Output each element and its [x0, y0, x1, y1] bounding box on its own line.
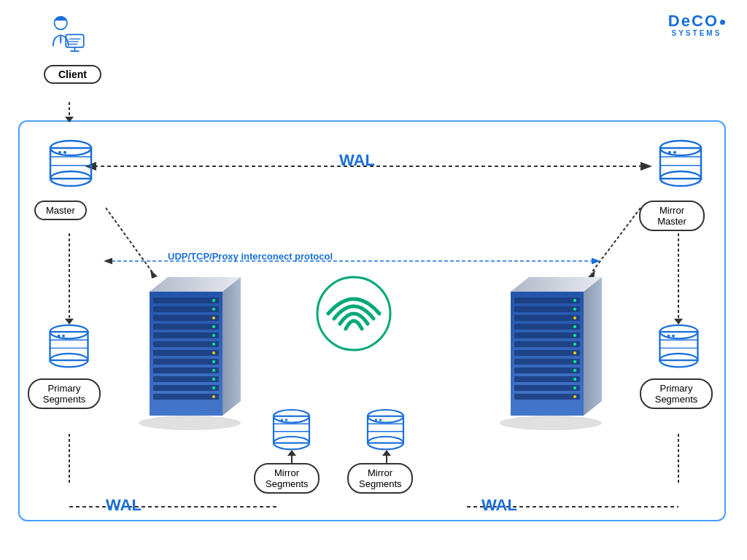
wal-top-label: WAL: [339, 151, 375, 170]
mirror-segments-right-label: MirrorSegments: [347, 463, 413, 494]
svg-point-41: [668, 151, 671, 154]
svg-point-87: [212, 299, 215, 302]
svg-point-115: [573, 299, 576, 302]
svg-rect-111: [514, 368, 580, 373]
svg-point-98: [212, 395, 215, 398]
svg-point-34: [58, 151, 61, 154]
logo-systems-text: SYSTEMS: [668, 29, 725, 37]
svg-point-71: [139, 416, 241, 430]
master-db-icon: [45, 135, 96, 196]
svg-point-120: [573, 343, 576, 346]
svg-point-92: [212, 343, 215, 346]
client-label: Client: [44, 65, 101, 84]
svg-point-88: [212, 308, 215, 311]
svg-point-56: [672, 335, 675, 338]
svg-point-124: [573, 378, 576, 381]
svg-rect-112: [514, 376, 580, 382]
right-server-rack: [489, 270, 613, 433]
primary-segments-left-label: PrimarySegments: [28, 378, 101, 409]
svg-point-96: [212, 378, 215, 381]
svg-point-116: [573, 308, 576, 311]
svg-point-99: [500, 416, 602, 430]
svg-rect-107: [514, 332, 580, 338]
svg-rect-109: [514, 350, 580, 356]
svg-rect-80: [153, 341, 219, 347]
svg-rect-76: [153, 306, 219, 312]
svg-point-126: [573, 395, 576, 398]
protocol-label: UDP/TCP/Proxy interconect protocol: [168, 251, 333, 262]
svg-rect-79: [153, 332, 219, 338]
svg-point-69: [375, 419, 378, 421]
svg-point-97: [212, 386, 215, 389]
client-area: Client: [44, 11, 101, 84]
svg-point-118: [573, 325, 576, 328]
svg-rect-108: [514, 341, 580, 347]
svg-rect-78: [153, 324, 219, 330]
svg-point-122: [573, 360, 576, 363]
mirror-segments-right-db: [362, 405, 409, 459]
svg-rect-106: [514, 324, 580, 330]
svg-point-93: [212, 351, 215, 354]
svg-point-70: [379, 419, 382, 421]
mirror-master-label: Mirror Master: [639, 201, 705, 231]
svg-rect-113: [514, 385, 580, 391]
svg-point-95: [212, 369, 215, 372]
svg-point-91: [212, 334, 215, 337]
svg-rect-83: [153, 368, 219, 373]
primary-segments-right-label: PrimarySegments: [640, 378, 713, 409]
diagram: DeCO SYSTEMS Client: [0, 0, 747, 560]
svg-point-48: [58, 335, 61, 338]
svg-rect-84: [153, 376, 219, 382]
svg-rect-103: [514, 298, 580, 303]
svg-point-62: [281, 419, 284, 421]
svg-point-123: [573, 369, 576, 372]
svg-marker-74: [222, 277, 241, 416]
greenplum-logo: [314, 273, 394, 357]
svg-rect-85: [153, 385, 219, 391]
svg-rect-104: [514, 306, 580, 312]
svg-rect-114: [514, 394, 580, 400]
svg-point-49: [62, 335, 65, 338]
svg-point-35: [63, 151, 66, 154]
svg-point-90: [212, 325, 215, 328]
mirror-segments-left-db: [268, 405, 315, 459]
deco-systems-logo: DeCO SYSTEMS: [668, 13, 725, 37]
svg-point-55: [667, 335, 670, 338]
svg-point-42: [673, 151, 676, 154]
primary-segments-right-db: [655, 319, 703, 377]
svg-point-121: [573, 351, 576, 354]
wal-bottom-left-label: WAL: [106, 496, 142, 515]
left-server-rack: [128, 270, 252, 433]
svg-point-89: [212, 316, 215, 319]
master-label: Master: [34, 201, 87, 220]
svg-marker-8: [59, 35, 63, 43]
client-person-icon: [47, 11, 98, 62]
svg-point-119: [573, 334, 576, 337]
svg-rect-110: [514, 359, 580, 365]
svg-rect-105: [514, 315, 580, 321]
svg-point-125: [573, 386, 576, 389]
svg-rect-81: [153, 350, 219, 356]
logo-deco-text: DeCO: [668, 13, 725, 29]
svg-rect-82: [153, 359, 219, 365]
svg-point-63: [285, 419, 288, 421]
mirror-master-db-icon: [655, 135, 706, 196]
primary-segments-left-db: [45, 319, 93, 377]
svg-point-117: [573, 316, 576, 319]
svg-rect-77: [153, 315, 219, 321]
mirror-segments-left-label: MirrorSegments: [254, 463, 320, 494]
svg-rect-86: [153, 394, 219, 400]
svg-marker-102: [584, 277, 602, 416]
svg-rect-75: [153, 298, 219, 303]
svg-point-94: [212, 360, 215, 363]
wal-bottom-right-label: WAL: [481, 496, 517, 515]
